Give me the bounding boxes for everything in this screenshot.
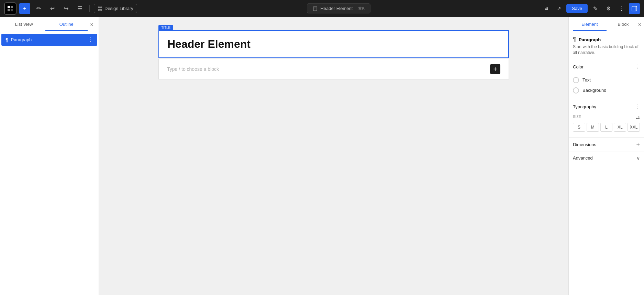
add-icon: + xyxy=(23,6,26,12)
size-btn-xxl[interactable]: XXL xyxy=(628,123,640,132)
right-panel-close-button[interactable]: × xyxy=(638,22,641,28)
sidebar-toggle-button[interactable] xyxy=(629,3,640,14)
external-link-button[interactable]: ↗ xyxy=(553,3,564,14)
advanced-chevron-icon: ∨ xyxy=(636,155,640,161)
color-options: Text Background xyxy=(569,74,644,100)
resize-button[interactable]: ⇄ xyxy=(636,115,640,120)
sidebar-icon xyxy=(631,6,637,12)
more-options-button[interactable]: ⋮ xyxy=(616,3,627,14)
color-section-header[interactable]: Color ⋮ xyxy=(569,60,644,74)
add-block-button[interactable]: + xyxy=(490,64,500,74)
header-element-button[interactable]: Header Element ⌘K xyxy=(307,3,370,13)
paragraph-label: Paragraph xyxy=(11,37,85,42)
undo-button[interactable]: ↩ xyxy=(47,3,58,14)
item-more-icon: ⋮ xyxy=(88,37,93,43)
block-paragraph-icon: ¶ xyxy=(573,36,576,43)
dimensions-section[interactable]: Dimensions + xyxy=(569,138,644,152)
item-more-button[interactable]: ⋮ xyxy=(88,36,93,43)
list-item[interactable]: ¶ Paragraph ⋮ xyxy=(1,34,97,46)
keyboard-shortcut: ⌘K xyxy=(358,6,364,11)
menu-button[interactable]: ☰ xyxy=(74,3,85,14)
resize-icon: ⇄ xyxy=(636,115,640,120)
typography-more-button[interactable]: ⋮ xyxy=(634,103,640,110)
right-panel: Element Block × ¶ Paragraph Start with t… xyxy=(568,17,644,295)
text-color-option[interactable]: Text xyxy=(573,75,640,85)
background-color-radio[interactable] xyxy=(573,87,579,94)
size-btn-m[interactable]: M xyxy=(587,123,599,132)
settings-icon: ⚙ xyxy=(606,6,611,12)
paragraph-icon: ¶ xyxy=(5,37,8,43)
svg-rect-4 xyxy=(98,7,100,8)
color-section: Color ⋮ Text Background xyxy=(569,60,644,100)
tab-list-view[interactable]: List View xyxy=(3,18,45,31)
size-buttons-row: SMLXLXXL xyxy=(573,123,640,132)
desktop-preview-button[interactable]: 🖥 xyxy=(540,3,551,14)
svg-rect-3 xyxy=(11,9,13,11)
text-color-radio[interactable] xyxy=(573,77,579,83)
size-btn-l[interactable]: L xyxy=(600,123,613,132)
block-placeholder: Type / to choose a block xyxy=(167,66,219,72)
block-info: ¶ Paragraph Start with the basic buildin… xyxy=(569,32,644,60)
canvas-content: TITLE Header Element Type / to choose a … xyxy=(158,24,509,288)
svg-rect-5 xyxy=(100,7,102,8)
header-block[interactable]: Header Element xyxy=(158,30,509,58)
dimensions-title: Dimensions xyxy=(573,142,596,147)
canvas-title-tag: TITLE xyxy=(158,25,173,30)
more-options-icon: ⋮ xyxy=(619,6,624,12)
svg-rect-2 xyxy=(8,9,10,11)
left-panel-close-button[interactable]: × xyxy=(88,21,96,29)
design-library-icon xyxy=(98,6,102,11)
typography-section-title: Typography xyxy=(573,104,596,109)
canvas-area[interactable]: TITLE Header Element Type / to choose a … xyxy=(99,17,568,295)
typography-section-header[interactable]: Typography ⋮ xyxy=(569,100,644,113)
settings-button[interactable]: ⚙ xyxy=(603,3,614,14)
typography-more-icon: ⋮ xyxy=(634,103,640,110)
block-description: Start with the basic building block of a… xyxy=(573,44,640,56)
advanced-chevron-button[interactable]: ∨ xyxy=(636,155,640,161)
header-text: Header Element xyxy=(167,38,500,51)
edit-mode-button[interactable]: ✎ xyxy=(590,3,601,14)
dimensions-add-icon: + xyxy=(636,141,640,148)
left-panel-tabs: List View Outline × xyxy=(0,17,99,32)
toolbar: + ✏ ↩ ↪ ☰ Design Library Header Element xyxy=(0,0,644,17)
tab-outline[interactable]: Outline xyxy=(45,18,88,31)
redo-button[interactable]: ↪ xyxy=(60,3,71,14)
svg-rect-1 xyxy=(11,6,13,8)
size-label: SIZE xyxy=(573,115,581,119)
background-color-label: Background xyxy=(582,88,606,93)
svg-rect-11 xyxy=(632,6,637,11)
typography-section: Typography ⋮ SIZE ⇄ SMLXLXXL xyxy=(569,100,644,138)
size-btn-s[interactable]: S xyxy=(573,123,585,132)
dimensions-add-button[interactable]: + xyxy=(636,141,640,148)
edit-button[interactable]: ✏ xyxy=(33,3,44,14)
typography-controls: SIZE ⇄ SMLXLXXL xyxy=(569,113,644,137)
toolbar-divider xyxy=(89,5,90,12)
svg-rect-7 xyxy=(100,9,102,11)
add-button[interactable]: + xyxy=(19,3,30,14)
color-section-title: Color xyxy=(573,64,584,69)
toolbar-right: 🖥 ↗ Save ✎ ⚙ ⋮ xyxy=(540,3,640,14)
svg-rect-0 xyxy=(8,6,10,8)
svg-rect-6 xyxy=(98,9,100,11)
header-element-label: Header Element xyxy=(320,6,353,11)
empty-block[interactable]: Type / to choose a block + xyxy=(158,59,509,79)
add-block-icon: + xyxy=(493,65,497,73)
advanced-section[interactable]: Advanced ∨ xyxy=(569,152,644,164)
advanced-title: Advanced xyxy=(573,155,593,161)
tab-element[interactable]: Element xyxy=(573,18,607,31)
background-color-option[interactable]: Background xyxy=(573,85,640,96)
color-section-more-button[interactable]: ⋮ xyxy=(634,64,640,70)
svg-rect-8 xyxy=(313,7,317,11)
size-btn-xl[interactable]: XL xyxy=(614,123,626,132)
design-library-button[interactable]: Design Library xyxy=(94,4,137,13)
undo-icon: ↩ xyxy=(50,5,55,12)
right-panel-header: Element Block × xyxy=(569,17,644,32)
tab-block[interactable]: Block xyxy=(607,18,640,31)
design-library-label: Design Library xyxy=(104,6,133,11)
edit-mode-icon: ✎ xyxy=(593,6,598,12)
color-more-icon: ⋮ xyxy=(634,64,640,70)
external-link-icon: ↗ xyxy=(557,6,561,12)
text-color-label: Text xyxy=(582,77,591,83)
main-layout: List View Outline × ¶ Paragraph ⋮ TITLE … xyxy=(0,17,644,295)
save-button[interactable]: Save xyxy=(566,4,588,13)
